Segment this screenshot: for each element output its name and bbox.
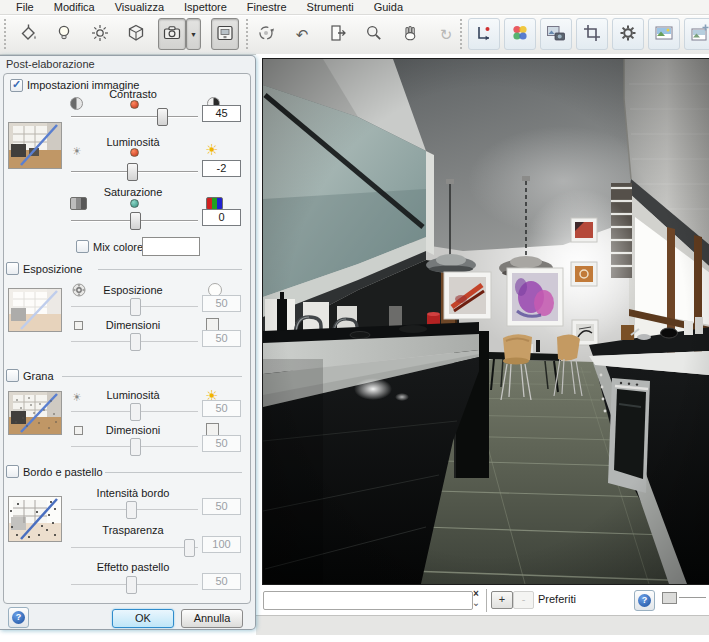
zoom-slider[interactable] [679, 597, 706, 598]
sun-button[interactable] [86, 18, 114, 50]
border-intensity-slider-thumb[interactable] [126, 501, 137, 519]
path-edit-button[interactable] [468, 18, 500, 50]
brightness-slider-thumb[interactable] [127, 163, 138, 181]
contrast-value[interactable]: 45 [202, 105, 241, 122]
object-3d-button[interactable] [122, 18, 150, 50]
cancel-button[interactable]: Annulla [181, 609, 243, 628]
toolbar-group-tools: ▼ [14, 18, 239, 50]
toolbar-separator-2 [460, 19, 462, 49]
grain-size-slider-thumb[interactable] [130, 438, 141, 456]
crop-button[interactable] [576, 18, 608, 50]
panel-help-button[interactable]: ? [8, 607, 29, 628]
grain-brightness-slider-thumb[interactable] [130, 403, 141, 421]
fill-bucket-button[interactable] [14, 18, 42, 50]
orbit-button[interactable] [252, 18, 280, 50]
light-button[interactable] [50, 18, 78, 50]
contrast-slider[interactable] [71, 107, 198, 126]
exposure-size-slider[interactable] [71, 332, 198, 351]
image-settings-checkbox[interactable] [10, 79, 23, 92]
contrast-slider-thumb[interactable] [157, 108, 168, 126]
rendered-image[interactable] [262, 58, 709, 585]
favorites-input[interactable] [263, 591, 473, 610]
brightness-slider[interactable] [71, 162, 198, 181]
grain-brightness-slider[interactable] [71, 402, 198, 421]
saturation-value[interactable]: 0 [202, 209, 241, 226]
transparency-value[interactable]: 100 [202, 536, 241, 553]
menu-modifica[interactable]: Modifica [44, 0, 105, 14]
favorites-help-button[interactable]: ? [634, 590, 655, 611]
snapshot-button[interactable] [540, 18, 572, 50]
grain-size-small-icon[interactable] [74, 426, 83, 435]
menu-visualizza[interactable]: Visualizza [105, 0, 174, 14]
transparency-label: Trasparenza [58, 524, 208, 536]
menu-finestre[interactable]: Finestre [237, 0, 297, 14]
settings-button[interactable] [612, 18, 644, 50]
pastel-effect-slider[interactable] [71, 575, 198, 594]
border-intensity-slider[interactable] [71, 500, 198, 519]
saturation-status-dot [130, 199, 139, 208]
exit-view-button[interactable] [324, 18, 352, 50]
ok-button[interactable]: OK [112, 609, 174, 628]
grain-size-slider[interactable] [71, 437, 198, 456]
add-favorite-button[interactable]: + [491, 591, 513, 609]
mix-color-swatch[interactable] [142, 237, 200, 256]
display-icon [215, 23, 235, 45]
exposure-slider[interactable] [71, 297, 198, 316]
grain-size-value[interactable]: 50 [202, 435, 241, 452]
grain-preview [8, 391, 62, 435]
refresh-button[interactable]: ↻ [432, 18, 460, 50]
pastel-effect-value[interactable]: 50 [202, 573, 241, 590]
remove-favorite-button[interactable]: - [513, 591, 534, 609]
add-image-button[interactable] [684, 18, 709, 50]
brightness-value[interactable]: -2 [202, 160, 241, 177]
magnifier-button[interactable] [360, 18, 388, 50]
cube-icon [126, 23, 146, 45]
help-icon: ? [12, 611, 25, 624]
border-section-checkbox[interactable] [6, 465, 19, 478]
transparency-slider-thumb[interactable] [184, 539, 195, 557]
exposure-value[interactable]: 50 [202, 295, 241, 312]
preview-display-button[interactable] [211, 18, 239, 50]
exit-door-icon [328, 23, 348, 45]
menu-guida[interactable]: Guida [364, 0, 413, 14]
exposure-section-checkbox[interactable] [6, 262, 19, 275]
camera-dropdown-button[interactable]: ▼ [186, 18, 201, 50]
hand-icon [400, 23, 420, 45]
grain-section-checkbox[interactable] [6, 369, 19, 382]
camera-button[interactable] [158, 18, 186, 50]
menu-file[interactable]: File [6, 0, 44, 14]
undo-button[interactable]: ↶ [288, 18, 316, 50]
undo-icon: ↶ [296, 27, 309, 42]
brightness-status-dot [130, 148, 139, 157]
exposure-size-slider-thumb[interactable] [130, 333, 141, 351]
exposure-slider-thumb[interactable] [130, 298, 141, 316]
saturation-mono-icon[interactable] [70, 197, 87, 210]
toolbar-group-inspectors [468, 18, 709, 50]
mix-color-checkbox[interactable] [76, 240, 89, 253]
menu-ispettore[interactable]: Ispettore [174, 0, 237, 14]
pastel-effect-label: Effetto pastello [58, 561, 208, 573]
help-icon: ? [638, 594, 651, 607]
transparency-slider[interactable] [71, 538, 198, 557]
saturation-slider[interactable] [71, 211, 198, 230]
grain-brightness-value[interactable]: 50 [202, 400, 241, 417]
refresh-icon: ↻ [440, 27, 453, 42]
exposure-size-value[interactable]: 50 [202, 330, 241, 347]
magnifier-icon [364, 23, 384, 45]
chevron-down-icon: ▼ [190, 31, 197, 38]
color-palette-button[interactable] [504, 18, 536, 50]
path-edit-icon [474, 23, 494, 45]
pastel-effect-slider-thumb[interactable] [126, 576, 137, 594]
menu-strumenti[interactable]: Strumenti [297, 0, 364, 14]
kitchen-render-scene [263, 59, 709, 584]
collapse-chevron-icon[interactable]: ⌄ [470, 598, 482, 607]
gear-icon [618, 23, 638, 45]
saturation-slider-thumb[interactable] [130, 212, 141, 230]
brightness-high-icon[interactable]: ☀ [205, 142, 218, 157]
border-intensity-value[interactable]: 50 [202, 498, 241, 515]
image-button[interactable] [648, 18, 680, 50]
pan-button[interactable] [396, 18, 424, 50]
size-small-icon[interactable] [74, 321, 83, 330]
brightness-low-icon[interactable]: ☀ [72, 146, 82, 157]
toolbar-handle [4, 19, 6, 49]
